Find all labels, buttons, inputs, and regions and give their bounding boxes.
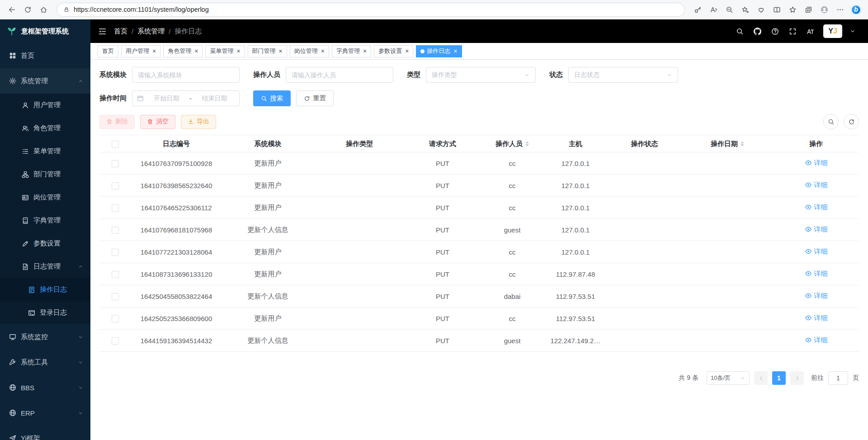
detail-link[interactable]: 详细	[805, 336, 828, 345]
back-icon[interactable]	[5, 2, 19, 17]
sidebar-item-dept-management[interactable]: 部门管理	[0, 163, 90, 186]
loginlog-icon	[28, 309, 35, 317]
reset-button[interactable]: 重置	[296, 90, 334, 106]
url-bar[interactable]: https://ccnetcore.com:1101/system/log/op…	[57, 3, 685, 17]
tab-close-icon[interactable]: ×	[279, 48, 283, 54]
user-avatar[interactable]: YJ	[823, 24, 842, 38]
sidebar-item-home[interactable]: 首页	[0, 43, 90, 68]
sidebar-item-operation-log[interactable]: 操作日志	[0, 278, 90, 301]
read-aloud-icon[interactable]	[706, 2, 721, 17]
sidebar-item-dict-management[interactable]: 字典管理	[0, 209, 90, 232]
type-select[interactable]: 操作类型	[426, 67, 536, 83]
collections-icon[interactable]	[801, 2, 816, 17]
page-size-select[interactable]: 10条/页	[707, 371, 750, 385]
sidebar-item-user-management[interactable]: 用户管理	[0, 94, 90, 117]
sidebar-item-role-management[interactable]: 角色管理	[0, 117, 90, 140]
github-icon[interactable]	[750, 24, 765, 39]
detail-link[interactable]: 详细	[805, 292, 828, 300]
chevron-down-icon[interactable]	[845, 24, 860, 39]
module-input[interactable]	[132, 67, 240, 83]
delete-button[interactable]: 删除	[99, 115, 135, 129]
tab-close-icon[interactable]: ×	[194, 48, 198, 54]
key-icon[interactable]	[690, 2, 705, 17]
clear-button[interactable]: 清空	[140, 115, 175, 129]
tab-close-icon[interactable]: ×	[405, 48, 409, 54]
tab-home[interactable]: 首页	[98, 45, 118, 57]
row-checkbox[interactable]	[112, 249, 119, 256]
tab-dept-management[interactable]: 部门管理×	[248, 45, 287, 57]
tab-close-icon[interactable]: ×	[321, 48, 325, 54]
sidebar-item-system-monitor[interactable]: 系统监控	[0, 324, 90, 350]
sidebar-item-menu-management[interactable]: 菜单管理	[0, 140, 90, 163]
detail-link[interactable]: 详细	[805, 225, 828, 234]
row-checkbox[interactable]	[112, 182, 119, 189]
eye-icon	[805, 248, 812, 255]
help-icon[interactable]	[768, 24, 783, 39]
table-refresh-button[interactable]	[844, 114, 859, 129]
detail-link[interactable]: 详细	[805, 159, 828, 167]
sidebar-item-post-management[interactable]: 岗位管理	[0, 186, 90, 209]
sidebar-item-erp[interactable]: ERP	[0, 400, 90, 426]
tab-post-management[interactable]: 岗位管理×	[290, 45, 329, 57]
table-search-toggle-button[interactable]	[823, 114, 839, 129]
date-range-picker[interactable]: 开始日期 - 结束日期	[132, 90, 240, 106]
prev-page-button[interactable]	[754, 371, 768, 385]
row-checkbox[interactable]	[112, 293, 119, 300]
tab-close-icon[interactable]: ×	[363, 48, 367, 54]
sidebar-item-log-management[interactable]: 日志管理	[0, 255, 90, 278]
tab-close-icon[interactable]: ×	[453, 48, 457, 54]
menu-fold-icon[interactable]	[90, 19, 114, 43]
tab-role-management[interactable]: 角色管理×	[163, 45, 203, 57]
split-screen-icon[interactable]	[769, 2, 784, 17]
profile-avatar-icon[interactable]	[817, 2, 832, 17]
bing-icon[interactable]: b	[849, 2, 863, 17]
detail-link[interactable]: 详细	[805, 203, 828, 212]
detail-link[interactable]: 详细	[805, 314, 828, 322]
sidebar-item-login-log[interactable]: 登录日志	[0, 301, 90, 324]
browser-essentials-icon[interactable]	[754, 2, 769, 17]
favorites-bar-icon[interactable]	[785, 2, 800, 17]
more-icon[interactable]	[833, 2, 848, 17]
sort-control[interactable]	[525, 140, 529, 148]
tab-param-settings[interactable]: 参数设置×	[374, 45, 413, 57]
sidebar-item-yi-framework[interactable]: Yi框架	[0, 426, 90, 440]
table-row: 1641076398565232640更新用户PUTcc127.0.0.1详细	[99, 175, 859, 197]
breadcrumb-system-management[interactable]: 系统管理	[137, 27, 165, 36]
fullscreen-icon[interactable]	[785, 24, 800, 39]
breadcrumb-home[interactable]: 首页	[114, 27, 127, 36]
operator-input[interactable]	[286, 67, 393, 83]
tab-close-icon[interactable]: ×	[152, 48, 156, 54]
tab-close-icon[interactable]: ×	[236, 48, 240, 54]
row-checkbox[interactable]	[112, 315, 119, 322]
row-checkbox[interactable]	[112, 271, 119, 278]
sidebar-item-system-tools[interactable]: 系统工具	[0, 350, 90, 375]
detail-link[interactable]: 详细	[805, 247, 828, 256]
refresh-icon[interactable]	[20, 2, 35, 17]
tab-dict-management[interactable]: 字典管理×	[332, 45, 371, 57]
home-icon[interactable]	[36, 2, 51, 17]
select-all-checkbox[interactable]	[112, 141, 119, 148]
sidebar-item-system-management[interactable]: 系统管理	[0, 68, 90, 94]
favorites-add-icon[interactable]	[738, 2, 753, 17]
detail-link[interactable]: 详细	[805, 270, 828, 278]
goto-page-input[interactable]	[828, 371, 848, 385]
search-icon[interactable]	[732, 24, 747, 39]
sort-control[interactable]	[741, 140, 744, 148]
sidebar-item-bbs[interactable]: BBS	[0, 375, 90, 400]
row-checkbox[interactable]	[112, 337, 119, 345]
search-button[interactable]: 搜索	[253, 90, 291, 106]
zoom-out-icon[interactable]	[722, 2, 737, 17]
row-checkbox[interactable]	[112, 204, 119, 212]
page-number-button[interactable]: 1	[772, 371, 786, 385]
tab-operation-log[interactable]: 操作日志×	[416, 45, 462, 57]
tab-menu-management[interactable]: 菜单管理×	[205, 45, 245, 57]
font-size-icon[interactable]	[803, 24, 818, 39]
export-button[interactable]: 导出	[181, 115, 216, 129]
row-checkbox[interactable]	[112, 227, 119, 234]
row-checkbox[interactable]	[112, 160, 119, 167]
next-page-button[interactable]	[790, 371, 804, 385]
detail-link[interactable]: 详细	[805, 181, 828, 189]
tab-user-management[interactable]: 用户管理×	[121, 45, 160, 57]
sidebar-item-param-settings[interactable]: 参数设置	[0, 232, 90, 255]
status-select[interactable]: 日志状态	[568, 67, 678, 83]
